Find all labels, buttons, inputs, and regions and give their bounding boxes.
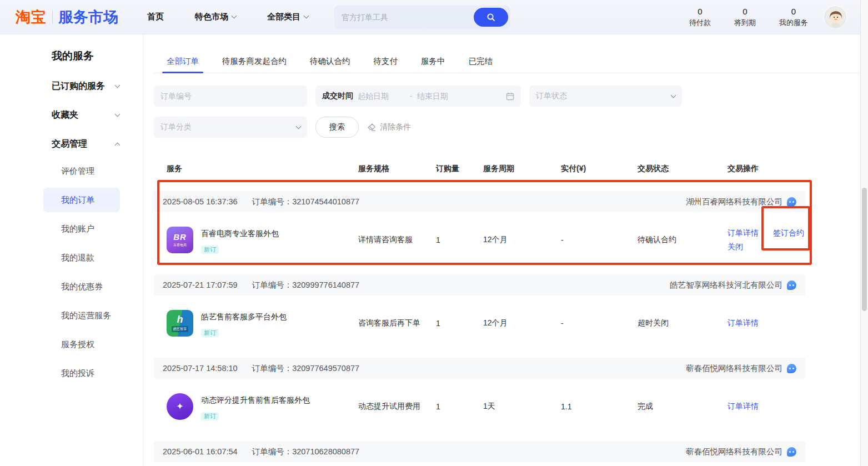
filter-row-1: 成交时间 - 订单状态 bbox=[154, 86, 868, 107]
service-name[interactable]: 百睿电商专业客服外包 bbox=[201, 227, 279, 239]
seller-name: 蕲春佰悦网络科技有限公司 bbox=[686, 363, 782, 374]
deal-time-range: 成交时间 - bbox=[315, 86, 521, 107]
order-row: ✦ 动态评分提升售前售后客服外包 新订 动态提升试用费用 1 1天 1.1 bbox=[154, 379, 805, 434]
tab-completed[interactable]: 已完结 bbox=[468, 48, 494, 73]
order-no-label: 订单编号： bbox=[252, 197, 293, 207]
tab-all-orders[interactable]: 全部订单 bbox=[165, 48, 200, 73]
sidebar-item-my-complaints[interactable]: 我的投诉 bbox=[43, 361, 120, 385]
order-quantity: 1 bbox=[436, 402, 483, 411]
order-spec: 动态提升试用费用 bbox=[358, 402, 436, 412]
sidebar: 我的服务 已订购的服务 收藏夹 交易管理 评价管理 我的订单 我的账户 我的退款… bbox=[0, 34, 143, 466]
sidebar-group-trade-management[interactable]: 交易管理 bbox=[52, 138, 119, 150]
order-no: 320977649570877 bbox=[292, 364, 359, 373]
col-header-action: 交易操作 bbox=[727, 164, 805, 174]
sidebar-item-review-management[interactable]: 评价管理 bbox=[43, 159, 120, 183]
col-header-paid: 实付(¥) bbox=[561, 164, 638, 174]
order-date: 2025-06-01 16:07:54 bbox=[163, 447, 238, 456]
close-order-link[interactable]: 关闭 bbox=[727, 242, 759, 252]
order-no: 320710628080877 bbox=[292, 447, 359, 456]
order-no-label: 订单编号： bbox=[252, 363, 293, 374]
order-status: 超时关闭 bbox=[638, 318, 727, 328]
order-no-input[interactable] bbox=[160, 92, 300, 101]
sidebar-item-service-authorization[interactable]: 服务授权 bbox=[43, 332, 120, 357]
wangwang-chat-icon[interactable] bbox=[787, 197, 796, 207]
nav-all-categories[interactable]: 全部类目 bbox=[267, 12, 308, 22]
order-detail-link[interactable]: 订单详情 bbox=[727, 318, 759, 328]
order-row: h 皓艺智享 皓艺售前客服多平台外包 新订 咨询客服后再下单 1 bbox=[154, 295, 805, 351]
order-no: 321074544010877 bbox=[292, 197, 359, 206]
chevron-down-icon bbox=[232, 13, 237, 19]
vertical-scrollbar[interactable] bbox=[860, 0, 868, 466]
wangwang-chat-icon[interactable] bbox=[787, 447, 796, 457]
sidebar-item-my-coupons[interactable]: 我的优惠券 bbox=[43, 274, 120, 299]
stat-pending-payment[interactable]: 0 待付款 bbox=[689, 7, 711, 28]
tab-in-service[interactable]: 服务中 bbox=[420, 48, 446, 73]
search-input[interactable] bbox=[342, 13, 474, 22]
logo[interactable]: 淘宝 服务市场 bbox=[16, 7, 118, 27]
service-market-logo: 服务市场 bbox=[58, 7, 118, 27]
seller-name: 湖州百睿网络科技有限公司 bbox=[686, 197, 782, 207]
sign-contract-link[interactable]: 签订合约 bbox=[773, 228, 804, 238]
tab-pending-payment[interactable]: 待支付 bbox=[373, 48, 399, 73]
order-detail-link[interactable]: 订单详情 bbox=[727, 402, 759, 412]
wangwang-chat-icon[interactable] bbox=[787, 364, 796, 373]
nav-home[interactable]: 首页 bbox=[147, 12, 164, 22]
stat-expiring-soon[interactable]: 0 将到期 bbox=[734, 7, 756, 28]
stat-my-services[interactable]: 0 我的服务 bbox=[779, 7, 808, 28]
deal-time-label: 成交时间 bbox=[322, 91, 353, 101]
order-status-select[interactable]: 订单状态 bbox=[529, 86, 682, 107]
search-box bbox=[334, 6, 510, 29]
order-detail-link[interactable]: 订单详情 bbox=[727, 228, 759, 238]
main-content: 全部订单 待服务商发起合约 待确认合约 待支付 服务中 已完结 成交时间 - bbox=[143, 34, 868, 466]
service-name[interactable]: 皓艺售前客服多平台外包 bbox=[201, 310, 287, 322]
start-date-input[interactable] bbox=[358, 92, 405, 101]
search-button[interactable] bbox=[474, 8, 508, 27]
order-tabs: 全部订单 待服务商发起合约 待确认合约 待支付 服务中 已完结 bbox=[154, 48, 868, 73]
chevron-down-icon bbox=[671, 92, 676, 98]
order-date: 2025-07-17 14:58:10 bbox=[163, 364, 238, 373]
order-period: 12个月 bbox=[483, 235, 561, 245]
service-icon: BR 百睿电商 bbox=[167, 227, 193, 253]
chevron-down-icon bbox=[115, 112, 121, 117]
app-root: 淘宝 服务市场 首页 特色市场 全部类目 0 待付款 0 bbox=[0, 0, 868, 466]
calendar-icon bbox=[506, 92, 514, 101]
order-group-header: 2025-08-05 16:37:36 订单编号： 32107454401087… bbox=[154, 191, 805, 212]
date-separator: - bbox=[410, 92, 413, 101]
nav-featured-markets[interactable]: 特色市场 bbox=[195, 12, 236, 22]
order-paid: 1.1 bbox=[561, 402, 638, 411]
tab-waiting-provider-contract[interactable]: 待服务商发起合约 bbox=[221, 48, 288, 73]
order-paid: - bbox=[561, 319, 638, 328]
sidebar-group-favorites[interactable]: 收藏夹 bbox=[52, 109, 119, 121]
chevron-down-icon bbox=[115, 83, 121, 88]
user-avatar[interactable] bbox=[825, 7, 846, 28]
sidebar-title: 我的服务 bbox=[52, 49, 143, 63]
eraser-icon bbox=[367, 123, 376, 131]
order-category-select[interactable]: 订单分类 bbox=[154, 117, 307, 138]
order-no: 320999776140877 bbox=[292, 280, 359, 289]
end-date-input[interactable] bbox=[417, 92, 465, 101]
filter-search-button[interactable]: 搜索 bbox=[315, 117, 359, 138]
tab-pending-contract-confirm[interactable]: 待确认合约 bbox=[309, 48, 352, 73]
chevron-down-icon bbox=[304, 13, 309, 19]
order-row: BR 百睿电商 百睿电商专业客服外包 新订 详情请咨询客服 1 bbox=[154, 212, 805, 268]
clear-conditions-button[interactable]: 清除条件 bbox=[367, 122, 411, 132]
table-header: 服务 服务规格 订购量 服务周期 实付(¥) 交易状态 交易操作 bbox=[154, 157, 805, 181]
new-order-badge: 新订 bbox=[201, 412, 219, 420]
sidebar-item-my-operation-services[interactable]: 我的运营服务 bbox=[43, 303, 120, 328]
order-spec: 详情请咨询客服 bbox=[358, 235, 436, 245]
order-quantity: 1 bbox=[436, 319, 483, 328]
sidebar-item-my-refunds[interactable]: 我的退款 bbox=[43, 245, 120, 270]
sidebar-group-purchased-services[interactable]: 已订购的服务 bbox=[52, 81, 119, 92]
service-name[interactable]: 动态评分提升售前售后客服外包 bbox=[201, 393, 310, 405]
order-period: 1天 bbox=[483, 402, 561, 412]
col-header-service: 服务 bbox=[154, 164, 358, 174]
filter-row-2: 订单分类 搜索 清除条件 bbox=[154, 117, 868, 138]
order-period: 12个月 bbox=[483, 318, 561, 328]
wangwang-chat-icon[interactable] bbox=[787, 280, 796, 290]
scrollbar-thumb[interactable] bbox=[862, 188, 867, 311]
order-group: 2025-08-05 16:37:36 订单编号： 32107454401087… bbox=[154, 191, 805, 268]
top-nav: 首页 特色市场 全部类目 bbox=[147, 12, 308, 22]
order-group: 2025-07-17 14:58:10 订单编号： 32097764957087… bbox=[154, 358, 805, 434]
sidebar-item-my-account[interactable]: 我的账户 bbox=[43, 217, 120, 241]
sidebar-item-my-orders[interactable]: 我的订单 bbox=[43, 188, 120, 212]
